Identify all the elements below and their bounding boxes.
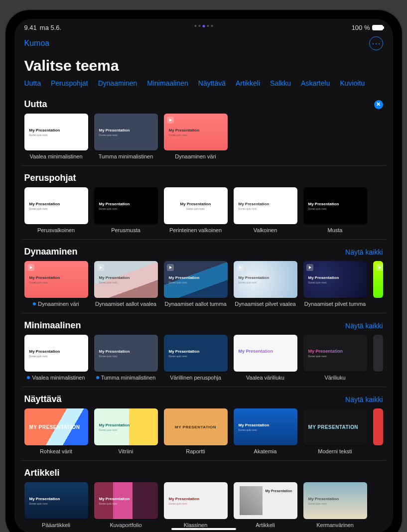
theme-thumbnail: My PresentationDonec quis nunc [164, 335, 228, 372]
theme-card[interactable] [373, 335, 383, 381]
section-heading: Näyttävä [24, 394, 62, 404]
tab-salkku[interactable]: Salkku [270, 79, 291, 87]
thumb-subtitle: Donec quis nunc [308, 502, 367, 505]
theme-card[interactable]: My PresentationDonec quis nuncDynaamiset… [164, 261, 228, 307]
theme-card[interactable]: My PresentationDonec quis nuncVaalea vär… [234, 335, 297, 381]
theme-thumbnail: My PresentationDonec quis nunc [164, 261, 228, 298]
ellipsis-icon: ⋯ [372, 39, 381, 48]
theme-label: Klassinen [164, 522, 228, 528]
tab-kuvioitu[interactable]: Kuvioitu [340, 79, 365, 87]
theme-card[interactable]: My PresentationDonec quis nuncDynaamiset… [94, 261, 158, 307]
section-heading: Minimaalinen [24, 320, 81, 331]
theme-card[interactable]: My PresentationDonec quis nuncTumma mini… [94, 114, 158, 159]
theme-card[interactable]: My PresentationDonec quis nuncKermanväri… [303, 482, 367, 528]
thumb-subtitle: Donec quis nunc [29, 207, 88, 210]
thumb-subtitle: Donec quis nunc [29, 281, 88, 284]
thumb-title: My Presentation [239, 349, 297, 354]
theme-thumbnail: My PresentationDonec quis nunc [94, 482, 158, 519]
thumb-subtitle: Donec quis nunc [29, 502, 88, 505]
theme-thumbnail: My PresentationDonec quis nunc [303, 261, 367, 298]
thumb-subtitle: Donec quis nunc [239, 355, 297, 358]
thumb-title: My Presentation [308, 349, 367, 354]
theme-card[interactable]: My PresentationDonec quis nuncVaalea min… [24, 114, 88, 159]
thumb-title: My Presentation [169, 128, 228, 133]
theme-card[interactable]: My PresentationDonec quis nuncVitriini [94, 408, 158, 454]
thumb-title: My Presentation [308, 202, 367, 206]
dismiss-new-button[interactable]: ✕ [374, 100, 383, 109]
theme-card[interactable]: My PresentationDonec quis nuncPerusvalko… [24, 187, 88, 233]
theme-card[interactable] [373, 408, 383, 454]
theme-thumbnail: My PresentationDonec quis nunc [164, 187, 228, 224]
theme-card[interactable]: MY PRESENTATIONRohkeat värit [24, 408, 88, 454]
theme-card[interactable]: My PresentationDonec quis nuncDynaaminen… [24, 261, 88, 307]
theme-thumbnail: My PresentationDonec quis nunc [234, 261, 297, 298]
tab-artikkeli[interactable]: Artikkeli [236, 79, 260, 87]
theme-thumbnail: My PresentationDonec quis nunc [164, 482, 228, 519]
thumb-subtitle: Donec quis nunc [99, 428, 158, 431]
thumb-subtitle: Donec quis nunc [99, 207, 158, 210]
theme-card[interactable]: MY PRESENTATIONRaportti [164, 408, 228, 454]
theme-card[interactable]: My PresentationDonec quis nuncKuvaportfo… [94, 482, 158, 528]
theme-thumbnail: My PresentationDonec quis nunc [234, 335, 297, 372]
theme-thumbnail: My PresentationDonec quis nunc [94, 187, 158, 224]
theme-label: Moderni teksti [303, 448, 367, 454]
theme-card[interactable]: My PresentationDonec quis nuncPääartikke… [24, 482, 88, 528]
thumb-title: My Presentation [99, 349, 158, 354]
theme-card[interactable] [373, 261, 383, 307]
tab-askartelu[interactable]: Askartelu [301, 79, 330, 87]
battery-icon [372, 25, 383, 30]
theme-label: Dynaamiset pilvet tumma [303, 301, 367, 307]
theme-card[interactable]: My PresentationDonec quis nuncMusta [303, 187, 367, 233]
theme-card[interactable]: My PresentationDonec quis nuncPerinteine… [164, 187, 228, 233]
thumb-title: My Presentation [239, 423, 297, 427]
play-icon [97, 264, 104, 271]
theme-card[interactable]: My PresentationDonec quis nuncTumma mini… [94, 335, 158, 381]
show-all-link[interactable]: Näytä kaikki [345, 322, 383, 330]
theme-card[interactable]: My PresentationArtikkeli [234, 482, 297, 528]
thumb-title: My Presentation [29, 202, 88, 206]
theme-thumbnail: My PresentationDonec quis nunc [24, 114, 88, 150]
thumb-subtitle: Donec quis nunc [29, 355, 88, 358]
theme-thumbnail: My PresentationDonec quis nunc [303, 482, 367, 519]
theme-card[interactable]: MY PRESENTATIONModerni teksti [303, 408, 367, 454]
section-dynaaminen: Dynaaminen Näytä kaikki My PresentationD… [21, 247, 386, 307]
tab-peruspohjat[interactable]: Peruspohjat [51, 79, 88, 87]
theme-card[interactable]: My PresentationDonec quis nuncPerusmusta [94, 187, 158, 233]
show-all-link[interactable]: Näytä kaikki [345, 396, 383, 403]
theme-card[interactable]: My PresentationDonec quis nuncKlassinen [164, 482, 228, 528]
theme-label: Vaalea minimalistinen [24, 375, 88, 381]
tab-minimaalinen[interactable]: Minimaalinen [147, 79, 188, 87]
theme-card[interactable]: My PresentationDonec quis nuncVaalea min… [24, 335, 88, 381]
thumb-title: My Presentation [29, 497, 88, 501]
home-indicator[interactable] [171, 528, 236, 530]
theme-card[interactable]: My PresentationDonec quis nuncVäriliuku [303, 335, 367, 381]
theme-thumbnail: My PresentationDonec quis nunc [234, 408, 297, 445]
show-all-link[interactable]: Näytä kaikki [345, 248, 383, 256]
theme-label: Kermanvärinen [303, 522, 367, 528]
thumb-title: My Presentation [29, 128, 88, 133]
theme-thumbnail [373, 408, 383, 445]
theme-card[interactable]: My PresentationDonec quis nuncAkatemia [234, 408, 297, 454]
theme-content[interactable]: Uutta ✕ My PresentationDonec quis nuncVa… [14, 92, 393, 532]
multitask-dots[interactable] [194, 25, 213, 27]
undo-button[interactable]: Kumoa [24, 39, 50, 48]
more-options-button[interactable]: ⋯ [369, 36, 383, 50]
theme-card[interactable]: My PresentationDonec quis nuncDynaamiset… [303, 261, 367, 307]
theme-card[interactable]: My PresentationDonec quis nuncValkoinen [234, 187, 297, 233]
theme-label: Tumma minimalistinen [94, 153, 158, 159]
category-tabs: UuttaPeruspohjatDynaaminenMinimaalinenNä… [14, 79, 393, 92]
thumb-title: My Presentation [239, 202, 297, 206]
tab-dynaaminen[interactable]: Dynaaminen [98, 79, 137, 87]
theme-label: Akatemia [234, 448, 297, 454]
theme-card[interactable]: My PresentationDonec quis nuncDynaaminen… [164, 114, 228, 159]
theme-label: Dynaamiset aallot tumma [164, 301, 228, 307]
tab-näyttävä[interactable]: Näyttävä [198, 79, 226, 87]
thumb-subtitle: Donec quis nunc [239, 428, 297, 431]
thumb-subtitle: Donec quis nunc [308, 207, 367, 210]
tab-uutta[interactable]: Uutta [24, 79, 41, 87]
play-icon [167, 117, 174, 124]
theme-card[interactable]: My PresentationDonec quis nuncDynaamiset… [234, 261, 297, 307]
theme-card[interactable]: My PresentationDonec quis nuncVärillinen… [164, 335, 228, 381]
battery-percent: 100 % [352, 24, 370, 31]
theme-thumbnail: My PresentationDonec quis nunc [24, 187, 88, 224]
